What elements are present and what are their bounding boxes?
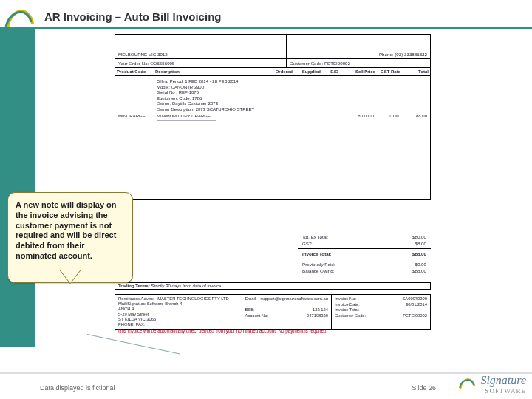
invoice-preview: MELBOURNE VIC 3012 Phone: (03) 333886332… bbox=[115, 34, 431, 366]
slide-number: Slide 26 bbox=[412, 384, 436, 392]
billing-period: Billing Period: 1 FEB 2014 - 28 FEB 2014 bbox=[157, 79, 427, 85]
side-accent bbox=[0, 29, 35, 347]
serial: Serial No : REF-1075 bbox=[157, 90, 427, 96]
address-line: MELBOURNE VIC 3012 bbox=[118, 52, 283, 57]
brand-arc-icon bbox=[458, 374, 476, 392]
brand-logo: SignatureSOFTWARE bbox=[480, 374, 526, 395]
header-rule bbox=[0, 27, 532, 29]
footer-rule bbox=[0, 372, 532, 374]
disclaimer-text: Data displayed is fictional bbox=[40, 384, 115, 392]
order-no: OD6556905 bbox=[150, 61, 174, 66]
owner-desc: Owner Description: 2073 SCATURCHIO STREE… bbox=[157, 107, 427, 113]
invoice-footer: Remittance Advice - MASTER TECHNOLOGIES … bbox=[115, 294, 431, 330]
model: Model: CANON IR 3300 bbox=[157, 85, 427, 91]
phone-line: Phone: (03) 333886332 bbox=[379, 52, 427, 57]
cust-code-label: Customer Code: bbox=[290, 61, 323, 66]
totals-block: Tot. Ex Total:$80.00 GST:$8.00 Invoice T… bbox=[298, 233, 431, 274]
table-header: Product Code Description Ordered Supplie… bbox=[115, 68, 431, 76]
terms-row: Trading Terms: Strictly 30 days from dat… bbox=[115, 282, 431, 290]
invoice-body: Billing Period: 1 FEB 2014 - 28 FEB 2014… bbox=[115, 76, 431, 200]
equip: Equipment Code: 1786 bbox=[157, 96, 427, 102]
dashes: ---------------------------------------- bbox=[157, 118, 427, 124]
page-title: AR Invoicing – Auto Bill Invoicing bbox=[44, 10, 221, 23]
order-no-label: Your Order No: bbox=[118, 61, 149, 66]
owner: Owner: Daytills Customer 2073 bbox=[157, 101, 427, 107]
dd-warning: * This invoice will be automatically dir… bbox=[115, 328, 431, 333]
annotation-callout: A new note will display on the invoice a… bbox=[7, 192, 133, 283]
cust-code: PETEI00002 bbox=[324, 61, 350, 66]
